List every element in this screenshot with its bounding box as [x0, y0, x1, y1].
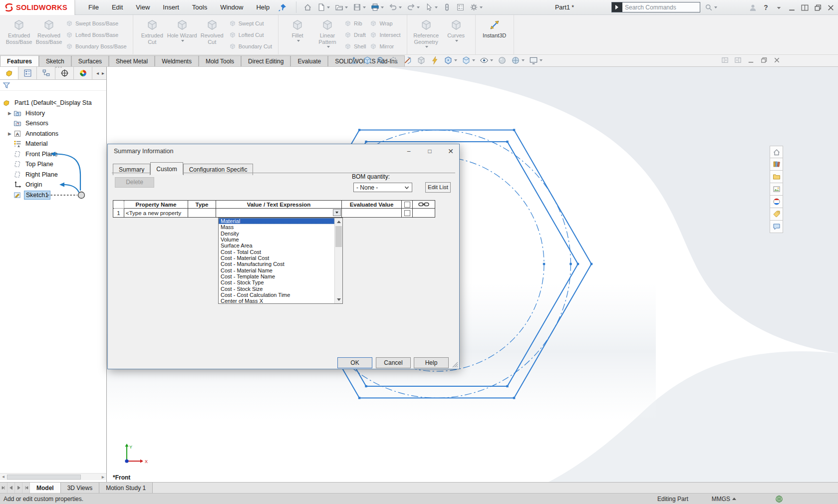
- menu-view[interactable]: View: [129, 0, 156, 14]
- display-cube-button[interactable]: [417, 56, 426, 65]
- web-help-globe-icon[interactable]: [775, 495, 783, 503]
- help-button[interactable]: Help: [414, 357, 449, 368]
- mirror-button[interactable]: Mirror: [370, 43, 400, 50]
- tab-direct-editing[interactable]: Direct Editing: [241, 55, 290, 66]
- docwindow-pane-right-icon[interactable]: [734, 56, 742, 64]
- docwindow-pane-left-icon[interactable]: [721, 56, 729, 64]
- intersect-button[interactable]: Intersect: [370, 31, 400, 38]
- option-cost-template-name[interactable]: Cost - Template Name: [219, 273, 334, 279]
- dialog-tab-configuration-specific[interactable]: Configuration Specific: [183, 164, 254, 175]
- wrap-button[interactable]: Wrap: [370, 20, 400, 27]
- taskpane-tab-solidworks-resources[interactable]: [770, 146, 783, 158]
- table-row[interactable]: 1 <Type a new property: [113, 209, 435, 217]
- taskpane-tab-file-explorer[interactable]: [770, 171, 783, 183]
- caret-down-icon[interactable]: [297, 40, 300, 42]
- tree-item-sensors[interactable]: Sensors: [0, 118, 106, 129]
- pane-split-icon[interactable]: [801, 3, 809, 12]
- tree-item-history[interactable]: ▶History: [0, 108, 106, 119]
- scroll-right-icon[interactable]: ►: [101, 475, 105, 480]
- docwindow-minimize-icon[interactable]: [747, 56, 755, 64]
- dialog-tab-summary[interactable]: Summary: [113, 164, 150, 175]
- option-mass[interactable]: Mass: [219, 224, 334, 230]
- scrollbar-thumb[interactable]: [335, 226, 342, 247]
- tree-item-origin[interactable]: Origin: [0, 180, 106, 190]
- docwindow-close-icon[interactable]: [773, 56, 781, 64]
- tree-filter-row[interactable]: [0, 80, 106, 91]
- scroll-up-icon[interactable]: [335, 218, 342, 226]
- caret-down-icon[interactable]: [363, 6, 366, 8]
- units-selector[interactable]: MMGS: [712, 496, 736, 503]
- taskpane-tab-appearances-scenes[interactable]: [770, 196, 783, 208]
- taskpane-tab-view-palette[interactable]: [770, 183, 783, 196]
- caret-down-icon[interactable]: [472, 59, 475, 61]
- menu-window[interactable]: Window: [214, 0, 250, 14]
- docwindow-cascade-icon[interactable]: [760, 56, 768, 64]
- caret-down-icon[interactable]: [399, 6, 402, 8]
- bottom-tab-3d-views[interactable]: 3D Views: [61, 483, 99, 493]
- menu-help[interactable]: Help: [250, 0, 276, 14]
- tree-item-annotations[interactable]: ▶AAnnotations: [0, 129, 106, 139]
- caret-down-icon[interactable]: [327, 46, 330, 48]
- hide-show-items-button[interactable]: [480, 56, 493, 65]
- scroll-left-icon[interactable]: ◄: [0, 475, 6, 479]
- caret-down-icon[interactable]: [454, 59, 457, 61]
- tree-horizontal-scrollbar[interactable]: ◄ ►: [0, 473, 106, 480]
- bom-quantity-select[interactable]: - None -: [353, 183, 412, 192]
- tab-evaluate[interactable]: Evaluate: [290, 55, 328, 66]
- cascade-icon[interactable]: [814, 3, 822, 12]
- menu-insert[interactable]: Insert: [156, 0, 186, 14]
- save-button[interactable]: [351, 1, 368, 13]
- tab-features[interactable]: Features: [0, 55, 39, 66]
- column-evaluated-value[interactable]: Evaluated Value: [342, 201, 402, 209]
- minimize-icon[interactable]: [788, 3, 796, 12]
- cancel-button[interactable]: Cancel: [376, 357, 411, 368]
- swept-boss-base-button[interactable]: Swept Boss/Base: [66, 20, 127, 27]
- row-selector-header[interactable]: [113, 201, 124, 209]
- panel-tab-featuremanager[interactable]: [0, 67, 18, 79]
- print-button[interactable]: [369, 1, 386, 13]
- column-property-name[interactable]: Property Name: [124, 201, 188, 209]
- search-caret-icon[interactable]: [714, 6, 717, 8]
- help-icon[interactable]: ?: [762, 3, 770, 12]
- checkbox[interactable]: [404, 210, 410, 216]
- option-surface-area[interactable]: Surface Area: [219, 243, 334, 249]
- new-document-button[interactable]: [315, 1, 332, 13]
- linear-pattern-button[interactable]: Linear Pattern: [312, 16, 342, 53]
- draft-button[interactable]: Draft: [344, 31, 366, 38]
- option-cost-total-cost[interactable]: Cost - Total Cost: [219, 249, 334, 255]
- caret-down-icon[interactable]: [540, 59, 543, 61]
- zoom-to-area-button[interactable]: [376, 56, 385, 65]
- panel-tab-dimxpertmanager[interactable]: [55, 67, 74, 79]
- home-button[interactable]: [301, 1, 314, 13]
- panel-tab-configurationmanager[interactable]: [37, 67, 55, 79]
- instant3d-button[interactable]: Instant3D: [480, 16, 510, 53]
- option-material[interactable]: Material: [219, 218, 334, 224]
- option-cost-stock-size[interactable]: Cost - Stock Size: [219, 286, 334, 292]
- caret-down-icon[interactable]: [381, 6, 384, 8]
- caret-down-icon[interactable]: [480, 6, 483, 8]
- search-scope-icon[interactable]: [612, 2, 622, 12]
- tree-item-sketch1[interactable]: Sketch1: [0, 190, 106, 201]
- panel-tab-displaymanager[interactable]: [74, 67, 92, 79]
- bottom-tab-motion-study-1[interactable]: Motion Study 1: [99, 483, 153, 493]
- rib-button[interactable]: Rib: [344, 20, 366, 27]
- fillet-button[interactable]: Fillet: [282, 16, 312, 53]
- file-properties-button[interactable]: [454, 1, 467, 13]
- option-volume[interactable]: Volume: [219, 237, 334, 243]
- expander-icon[interactable]: ▶: [6, 131, 13, 136]
- section-view-button[interactable]: [403, 56, 412, 65]
- tree-item-front-plane[interactable]: Front Plane: [0, 149, 106, 160]
- undo-button[interactable]: [387, 1, 404, 13]
- tab-scroll-next-icon[interactable]: [15, 483, 22, 493]
- revolved-cut-button[interactable]: Revolved Cut: [197, 16, 227, 53]
- redo-button[interactable]: [405, 1, 422, 13]
- property-dropdown-list[interactable]: MaterialMassDensityVolumeSurface AreaCos…: [218, 218, 343, 304]
- tab-scroll-last-icon[interactable]: [22, 483, 30, 493]
- search-input[interactable]: [622, 4, 705, 11]
- caret-down-icon[interactable]: [455, 40, 458, 42]
- caret-down-icon[interactable]: [775, 3, 783, 12]
- value-expression-cell[interactable]: [216, 209, 342, 217]
- option-center-of-mass-x[interactable]: Center of Mass X: [219, 298, 334, 303]
- column-type[interactable]: Type: [188, 201, 216, 209]
- value-combo-button[interactable]: [333, 209, 341, 216]
